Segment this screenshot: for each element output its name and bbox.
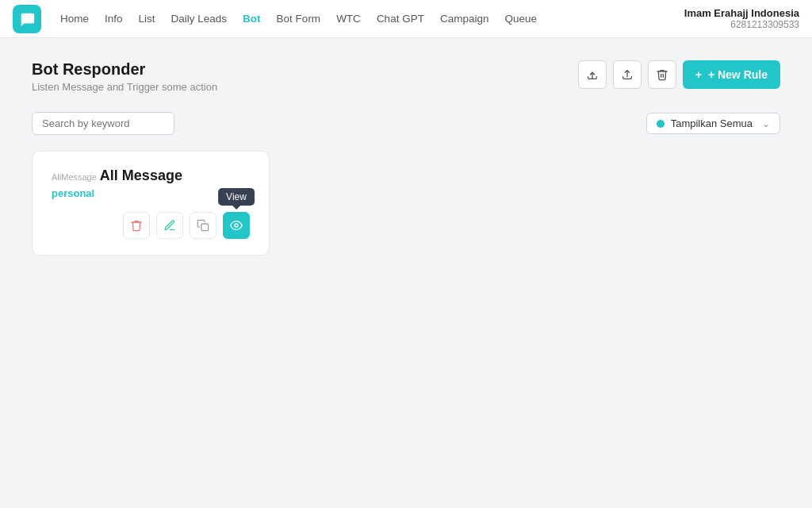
upload-icon bbox=[621, 68, 634, 81]
nav-wtc[interactable]: WTC bbox=[336, 13, 361, 25]
user-info: Imam Erahajj Indonesia 6281213309533 bbox=[684, 7, 799, 30]
view-tooltip: View bbox=[218, 188, 255, 206]
card-title: All Message bbox=[100, 167, 182, 183]
user-name: Imam Erahajj Indonesia bbox=[684, 7, 799, 19]
new-rule-label: + New Rule bbox=[708, 68, 768, 81]
new-rule-button[interactable]: + + New Rule bbox=[683, 60, 780, 89]
nav-chat-gpt[interactable]: Chat GPT bbox=[377, 13, 424, 25]
filter-row: Tampilkan Semua ⌄ bbox=[32, 112, 780, 135]
bulk-delete-button[interactable] bbox=[648, 60, 676, 89]
pencil-icon bbox=[163, 219, 176, 232]
card-copy-button[interactable] bbox=[190, 212, 216, 239]
navbar: Home Info List Daily Leads Bot Bot Form … bbox=[0, 0, 812, 38]
nav-campaign[interactable]: Campaign bbox=[440, 13, 489, 25]
search-input[interactable] bbox=[32, 112, 174, 135]
app-logo[interactable] bbox=[13, 5, 41, 33]
card-view-wrapper: View bbox=[223, 212, 250, 239]
nav-queue[interactable]: Queue bbox=[504, 13, 537, 25]
page-title: Bot Responder bbox=[32, 60, 217, 79]
card-edit-button[interactable] bbox=[156, 212, 183, 239]
bot-rule-card: AllMessageAll Message personal bbox=[32, 151, 270, 256]
nav-list[interactable]: List bbox=[139, 13, 155, 25]
nav-daily-leads[interactable]: Daily Leads bbox=[171, 13, 228, 25]
card-tag: AllMessage bbox=[52, 172, 97, 182]
card-delete-button[interactable] bbox=[123, 212, 150, 239]
export-button[interactable] bbox=[578, 60, 607, 89]
nav-bot[interactable]: Bot bbox=[243, 13, 261, 25]
export-icon bbox=[586, 68, 599, 81]
copy-icon bbox=[197, 219, 209, 232]
svg-point-3 bbox=[235, 224, 238, 227]
upload-button[interactable] bbox=[613, 60, 642, 89]
card-view-button[interactable] bbox=[223, 212, 250, 239]
svg-rect-2 bbox=[201, 224, 209, 231]
filter-label: Tampilkan Semua bbox=[671, 117, 753, 129]
filter-dot bbox=[657, 120, 665, 128]
card-actions: View bbox=[52, 212, 250, 239]
page-title-group: Bot Responder Listen Message and Trigger… bbox=[32, 60, 217, 93]
nav-home[interactable]: Home bbox=[60, 13, 89, 25]
trash-icon bbox=[656, 68, 668, 81]
nav-bot-form[interactable]: Bot Form bbox=[277, 13, 321, 25]
card-header: AllMessageAll Message bbox=[52, 167, 250, 184]
user-phone: 6281213309533 bbox=[684, 19, 799, 30]
eye-icon bbox=[230, 219, 243, 232]
page-subtitle: Listen Message and Trigger some action bbox=[32, 81, 217, 93]
nav-info[interactable]: Info bbox=[105, 13, 123, 25]
page-header: Bot Responder Listen Message and Trigger… bbox=[32, 60, 780, 93]
trash-icon bbox=[130, 219, 143, 232]
chevron-down-icon: ⌄ bbox=[762, 118, 770, 129]
new-rule-plus: + bbox=[695, 68, 702, 81]
nav-links: Home Info List Daily Leads Bot Bot Form … bbox=[60, 13, 665, 25]
page-content: Bot Responder Listen Message and Trigger… bbox=[0, 38, 812, 278]
filter-select[interactable]: Tampilkan Semua ⌄ bbox=[646, 113, 780, 134]
header-actions: + + New Rule bbox=[578, 60, 780, 89]
